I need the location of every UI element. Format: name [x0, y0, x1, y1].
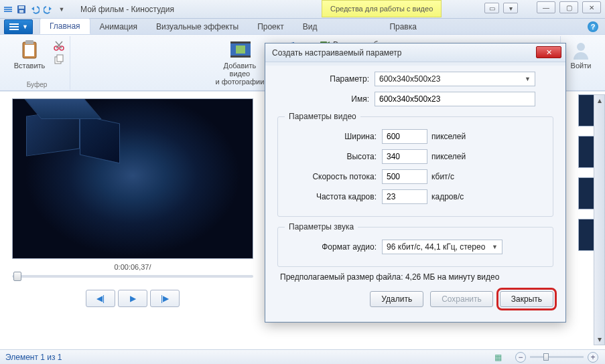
tab-view[interactable]: Вид: [293, 19, 327, 34]
status-text: Элемент 1 из 1: [5, 353, 62, 362]
tab-project[interactable]: Проект: [248, 19, 293, 34]
video-params-fieldset: Параметры видео Ширина:600пикселей Высот…: [277, 112, 553, 217]
login-button[interactable]: Войти: [566, 39, 596, 70]
seek-slider[interactable]: [12, 275, 253, 278]
chevron-down-icon: ▼: [492, 244, 498, 250]
legend-video: Параметры видео: [285, 112, 360, 121]
seek-thumb[interactable]: [13, 272, 21, 281]
audio-params-fieldset: Параметры звука Формат аудио:96 кбит/с, …: [277, 222, 553, 267]
child-help-button[interactable]: ▾: [503, 3, 518, 13]
svg-rect-6: [9, 23, 19, 25]
save-icon[interactable]: [16, 4, 27, 15]
zoom-thumb[interactable]: [543, 353, 549, 361]
height-input[interactable]: 340: [382, 149, 427, 164]
statusbar: Элемент 1 из 1 ▦ − +: [0, 349, 605, 364]
tab-effects[interactable]: Визуальные эффекты: [147, 19, 248, 34]
add-media-label: Добавить видео и фотографии: [214, 62, 266, 86]
label-audio-format: Формат аудио:: [285, 242, 382, 252]
minimize-button[interactable]: —: [537, 1, 555, 13]
app-menu-icon[interactable]: [3, 4, 13, 15]
maximize-button[interactable]: ▢: [559, 1, 578, 13]
close-button[interactable]: Закрыть: [500, 291, 553, 307]
playback-time: 0:00:06,37/: [12, 263, 253, 271]
name-input[interactable]: 600x340x500x23: [375, 92, 535, 106]
cut-icon[interactable]: [54, 40, 64, 51]
window-inner-buttons: ▭ ▾: [484, 3, 518, 13]
bitrate-input[interactable]: 500: [382, 169, 427, 184]
titlebar: ▼ Мой фильм - Киностудия Средства для ра…: [0, 0, 605, 19]
play-button[interactable]: ▶: [118, 290, 147, 307]
group-label-buffer: Буфер: [27, 81, 48, 90]
unit-pixels: пикселей: [431, 132, 466, 141]
view-mode-icon[interactable]: ▦: [494, 353, 502, 362]
vertical-scrollbar[interactable]: ▴ ▾: [594, 94, 605, 345]
ribbon-tabbar: ▼ Главная Анимация Визуальные эффекты Пр…: [0, 19, 605, 35]
user-icon: [570, 39, 592, 60]
tab-edit[interactable]: Правка: [380, 19, 426, 34]
dialog-close-button[interactable]: ✕: [536, 46, 561, 58]
svg-rect-11: [25, 45, 34, 56]
video-preview[interactable]: [12, 98, 253, 259]
scroll-down-icon[interactable]: ▾: [594, 334, 604, 345]
login-label: Войти: [571, 62, 592, 70]
svg-rect-2: [4, 11, 12, 12]
tab-animation[interactable]: Анимация: [90, 19, 147, 34]
qat-dropdown-icon[interactable]: ▼: [56, 4, 67, 15]
custom-settings-dialog: Создать настраиваемый параметр ✕ Парамет…: [265, 43, 566, 323]
zoom-controls: ▦ − +: [494, 352, 598, 363]
label-bitrate: Скорость потока:: [285, 172, 382, 181]
label-parameter: Параметр:: [277, 74, 375, 84]
undo-icon[interactable]: [29, 4, 40, 15]
width-input[interactable]: 600: [382, 129, 427, 144]
contextual-tab-label: Средства для работы с видео: [322, 0, 442, 17]
label-width: Ширина:: [285, 132, 382, 141]
redo-icon[interactable]: [43, 4, 54, 15]
close-window-button[interactable]: ✕: [582, 1, 601, 13]
chevron-down-icon: ▼: [22, 23, 28, 30]
chevron-down-icon: ▼: [525, 76, 531, 82]
preview-panel: 0:00:06,37/ ◀| ▶ |▶: [12, 98, 253, 307]
svg-rect-7: [9, 26, 19, 27]
svg-rect-17: [230, 41, 251, 43]
svg-rect-8: [9, 29, 19, 30]
framerate-input[interactable]: 23: [382, 189, 427, 204]
tab-main[interactable]: Главная: [40, 18, 90, 34]
unit-kbps: кбит/с: [431, 172, 454, 181]
legend-audio: Параметры звука: [285, 222, 358, 232]
quick-access-toolbar: ▼: [3, 4, 67, 15]
label-height: Высота:: [285, 152, 382, 161]
prev-frame-button[interactable]: ◀|: [86, 290, 115, 307]
label-framerate: Частота кадров:: [285, 192, 382, 201]
delete-button[interactable]: Удалить: [370, 291, 423, 307]
paste-label: Вставить: [14, 62, 46, 70]
svg-rect-15: [57, 55, 63, 62]
copy-icon[interactable]: [54, 54, 64, 65]
file-size-estimate: Предполагаемый размер файла: 4,26 МБ на …: [277, 272, 553, 282]
save-button: Сохранить: [430, 291, 493, 307]
label-name: Имя:: [277, 94, 375, 104]
add-video-photo-button[interactable]: Добавить видео и фотографии: [214, 39, 266, 86]
svg-rect-18: [230, 56, 251, 58]
svg-point-25: [577, 43, 585, 51]
filmstrip-icon: [229, 39, 251, 60]
zoom-out-button[interactable]: −: [515, 352, 526, 363]
audio-format-combo[interactable]: 96 кбит/с, 44,1 кГц, стерео▼: [382, 240, 502, 254]
svg-rect-10: [25, 40, 33, 44]
window-buttons: — ▢ ✕: [537, 1, 601, 13]
ribbon-group-buffer: Вставить Буфер: [4, 36, 70, 90]
next-frame-button[interactable]: |▶: [150, 290, 180, 307]
parameter-combo[interactable]: 600x340x500x23▼: [375, 72, 535, 86]
zoom-slider[interactable]: [530, 356, 584, 358]
scroll-up-icon[interactable]: ▴: [594, 95, 604, 106]
ribbon-group-login: Войти: [561, 36, 601, 90]
svg-rect-1: [4, 9, 12, 10]
svg-rect-5: [19, 10, 23, 13]
child-minimize-button[interactable]: ▭: [484, 3, 499, 13]
file-menu-button[interactable]: ▼: [4, 19, 33, 34]
svg-rect-4: [19, 6, 24, 9]
unit-fps: кадров/с: [431, 192, 464, 201]
help-icon[interactable]: ?: [588, 21, 598, 32]
zoom-in-button[interactable]: +: [588, 352, 598, 363]
svg-rect-0: [4, 7, 12, 8]
paste-button[interactable]: Вставить: [9, 39, 50, 70]
